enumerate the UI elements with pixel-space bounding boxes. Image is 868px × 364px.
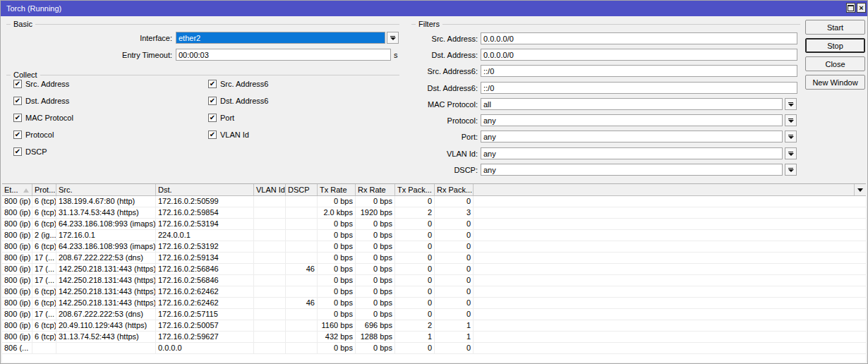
table-row[interactable]: 800 (ip)6 (tcp)64.233.186.108:993 (imaps… (2, 219, 866, 230)
collect-option-protocol: ✔Protocol (13, 130, 54, 140)
table-row[interactable]: 800 (ip)17 (...142.250.218.131:443 (http… (2, 264, 866, 275)
filter-label-dst-address6: Dst. Address6: (396, 84, 478, 92)
column-select-button[interactable] (854, 184, 866, 195)
interface-input[interactable] (176, 32, 385, 44)
collect-checkbox-mac-protocol[interactable]: ✔ (13, 114, 22, 122)
filter-dropdown-mac-protocol[interactable] (785, 98, 797, 110)
collect-checkbox-dst-address[interactable]: ✔ (13, 97, 22, 105)
collect-checkbox-protocol[interactable]: ✔ (13, 131, 22, 139)
cell-et: 800 (ip) (2, 298, 32, 308)
collect-checkbox-label: DSCP (25, 147, 47, 156)
column-header-prot[interactable]: Prot... (32, 184, 56, 195)
table-row[interactable]: 800 (ip)6 (tcp)142.250.218.131:443 (http… (2, 286, 866, 298)
table-row[interactable]: 800 (ip)6 (tcp)142.250.218.131:443 (http… (2, 298, 866, 309)
cell-dst: 172.16.0.2:56846 (156, 275, 254, 286)
cell-tx-pack: 0 (395, 275, 435, 286)
entry-timeout-input[interactable] (176, 49, 391, 61)
cell-et: 800 (ip) (2, 309, 32, 320)
cell-rx-pack: 0 (435, 230, 474, 241)
table-row[interactable]: 800 (ip)17 (...142.250.218.131:443 (http… (2, 275, 866, 286)
collect-option-src-address6: ✔Src. Address6 (208, 79, 268, 89)
cell-prot: 6 (tcp) (32, 219, 56, 229)
table-row[interactable]: 800 (ip)6 (tcp)31.13.74.53:443 (https)17… (2, 207, 866, 219)
cell-tx-rate: 0 bps (318, 298, 356, 308)
cell-vlan-id (254, 241, 286, 252)
row-filler (474, 343, 866, 353)
cell-vlan-id (254, 332, 286, 342)
cell-src: 172.16.0.1 (56, 230, 156, 241)
cell-dst: 172.16.0.2:50057 (156, 320, 254, 331)
table-row[interactable]: 806 (...0.0.0.00 bps0 bps00 (2, 343, 866, 354)
new-window-button[interactable]: New Window (805, 75, 865, 90)
cell-rx-pack: 1 (435, 320, 474, 331)
filter-input-vlan-id[interactable] (481, 147, 783, 159)
cell-prot: 17 (... (32, 264, 56, 274)
collect-checkbox-dst-address6[interactable]: ✔ (208, 97, 217, 105)
table-row[interactable]: 800 (ip)6 (tcp)31.13.74.52:443 (https)17… (2, 332, 866, 343)
collect-checkbox-vlan-id[interactable]: ✔ (208, 131, 217, 139)
column-header-tx-rate[interactable]: Tx Rate (318, 184, 356, 195)
table-row[interactable]: 800 (ip)17 (...208.67.222.222:53 (dns)17… (2, 253, 866, 264)
table-row[interactable]: 800 (ip)6 (tcp)20.49.110.129:443 (https)… (2, 320, 866, 332)
table-row[interactable]: 800 (ip)2 (ig...172.16.0.1224.0.0.10 bps… (2, 230, 866, 241)
torch-window: Torch (Running) × Basic Interface: Entry… (0, 0, 868, 364)
table-row[interactable]: 800 (ip)6 (tcp)138.199.4.67:80 (http)172… (2, 196, 866, 207)
filter-dropdown-protocol[interactable] (785, 114, 797, 126)
filter-dropdown-port[interactable] (785, 131, 797, 142)
filter-input-port[interactable] (481, 131, 783, 142)
filter-label-src-address: Src. Address: (396, 35, 478, 43)
table-row[interactable]: 800 (ip)6 (tcp)64.233.186.108:993 (imaps… (2, 241, 866, 253)
combo-down-icon (390, 36, 395, 37)
filter-label-port: Port: (396, 133, 478, 141)
cell-vlan-id (254, 275, 286, 286)
column-header-rx-pack[interactable]: Rx Pack... (435, 184, 474, 195)
cell-tx-rate: 0 bps (318, 230, 356, 241)
column-header-dst[interactable]: Dst. (156, 184, 254, 195)
titlebar-close-button[interactable]: × (857, 3, 866, 13)
collect-checkbox-src-address6[interactable]: ✔ (208, 80, 217, 88)
cell-rx-rate: 0 bps (356, 286, 395, 297)
cell-src: 64.233.186.108:993 (imaps) (56, 219, 156, 229)
filter-input-dst-address[interactable] (481, 49, 797, 61)
collect-checkbox-src-address[interactable]: ✔ (13, 80, 22, 88)
cell-vlan-id (254, 286, 286, 297)
column-header-vlan-id[interactable]: VLAN Id (254, 184, 286, 195)
cell-rx-rate: 0 bps (356, 219, 395, 229)
table-row[interactable]: 800 (ip)17 (...208.67.222.222:53 (dns)17… (2, 309, 866, 320)
collect-checkbox-dscp[interactable]: ✔ (13, 147, 22, 156)
column-header-rx-rate[interactable]: Rx Rate (356, 184, 395, 195)
cell-tx-pack: 2 (395, 320, 435, 331)
row-filler (474, 264, 866, 274)
filter-input-src-address6[interactable] (481, 65, 797, 77)
cell-tx-rate: 0 bps (318, 343, 356, 353)
titlebar-restore-button[interactable] (846, 3, 855, 13)
collect-checkbox-port[interactable]: ✔ (208, 114, 217, 122)
column-header-tx-pack[interactable]: Tx Pack... (395, 184, 435, 195)
cell-dst: 172.16.0.2:62462 (156, 286, 254, 297)
collect-option-port: ✔Port (208, 113, 234, 123)
cell-rx-pack: 0 (435, 298, 474, 308)
filter-input-dst-address6[interactable] (481, 82, 797, 94)
filter-dropdown-dscp[interactable] (785, 164, 797, 176)
stop-button[interactable]: Stop (805, 38, 865, 53)
cell-dst: 172.16.0.2:59134 (156, 253, 254, 263)
column-header-src[interactable]: Src. (56, 184, 156, 195)
filter-input-src-address[interactable] (481, 32, 797, 44)
cell-tx-rate: 432 bps (318, 332, 356, 342)
filter-input-mac-protocol[interactable] (481, 98, 783, 110)
filter-dropdown-vlan-id[interactable] (785, 147, 797, 159)
cell-tx-rate: 0 bps (318, 286, 356, 297)
close-button[interactable]: Close (805, 56, 865, 71)
row-filler (474, 275, 866, 286)
column-header-et[interactable]: Et... (2, 184, 32, 195)
cell-rx-pack: 0 (435, 253, 474, 263)
start-button[interactable]: Start (805, 20, 865, 35)
filter-input-dscp[interactable] (481, 164, 783, 176)
filter-input-protocol[interactable] (481, 114, 783, 126)
cell-tx-pack: 0 (395, 309, 435, 320)
column-header-dscp[interactable]: DSCP (286, 184, 318, 195)
filter-label-dscp: DSCP: (396, 166, 478, 174)
cell-et: 800 (ip) (2, 207, 32, 218)
filter-label-dst-address: Dst. Address: (396, 51, 478, 59)
titlebar[interactable]: Torch (Running) × (1, 1, 867, 16)
